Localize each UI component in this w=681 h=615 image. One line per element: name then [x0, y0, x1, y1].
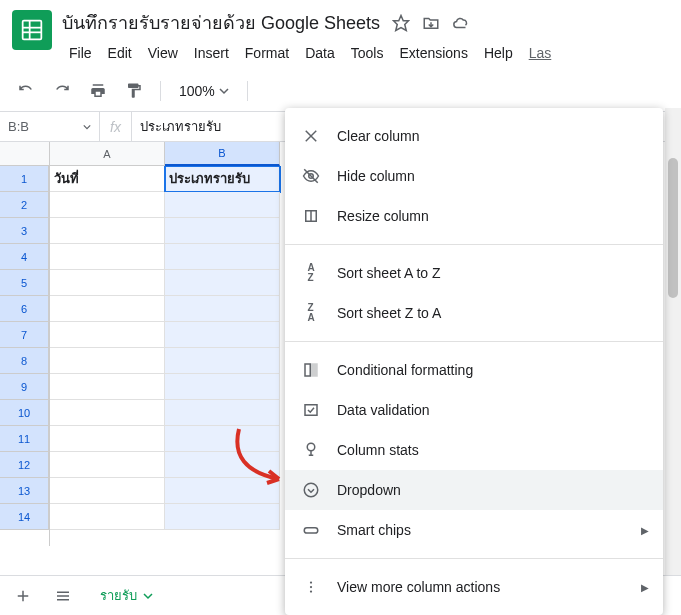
formula-input[interactable]: ประเภทรายรับ — [132, 116, 229, 137]
column-context-menu: Clear column Hide column Resize column A… — [285, 108, 663, 615]
row-header[interactable]: 6 — [0, 296, 49, 322]
cell[interactable] — [50, 192, 165, 218]
cell[interactable] — [165, 426, 280, 452]
cell[interactable] — [50, 374, 165, 400]
ctx-resize-column[interactable]: Resize column — [285, 196, 663, 236]
column-header-a[interactable]: A — [50, 142, 165, 166]
ctx-more-actions[interactable]: View more column actions ▶ — [285, 567, 663, 607]
menu-help[interactable]: Help — [477, 41, 520, 65]
menu-edit[interactable]: Edit — [101, 41, 139, 65]
cell[interactable] — [165, 452, 280, 478]
menu-more[interactable]: Las — [522, 41, 559, 65]
row-header[interactable]: 11 — [0, 426, 49, 452]
sheets-logo[interactable] — [12, 10, 52, 50]
sheet-tab[interactable]: รายรับ — [90, 579, 163, 612]
cell[interactable] — [50, 400, 165, 426]
cell[interactable] — [165, 322, 280, 348]
scroll-thumb[interactable] — [668, 158, 678, 298]
cell[interactable]: วันที่ — [50, 166, 165, 192]
row-header[interactable]: 12 — [0, 452, 49, 478]
all-sheets-button[interactable] — [50, 583, 76, 609]
paint-format-button[interactable] — [120, 77, 148, 105]
menu-extensions[interactable]: Extensions — [392, 41, 474, 65]
select-all-corner[interactable] — [0, 142, 50, 166]
chevron-right-icon: ▶ — [641, 525, 649, 536]
doc-title[interactable]: บันทึกรายรับรายจ่ายด้วย Google Sheets — [62, 8, 380, 37]
cond-format-icon — [301, 360, 321, 380]
cell[interactable] — [50, 296, 165, 322]
row-header[interactable]: 7 — [0, 322, 49, 348]
row-header[interactable]: 8 — [0, 348, 49, 374]
cell[interactable] — [165, 348, 280, 374]
ctx-sort-az[interactable]: AZ Sort sheet A to Z — [285, 253, 663, 293]
cell[interactable] — [165, 296, 280, 322]
svg-point-22 — [310, 581, 312, 583]
ctx-sort-za[interactable]: ZA Sort sheet Z to A — [285, 293, 663, 333]
svg-point-19 — [307, 443, 315, 451]
ctx-clear-column[interactable]: Clear column — [285, 116, 663, 156]
undo-button[interactable] — [12, 77, 40, 105]
validation-icon — [301, 400, 321, 420]
svg-point-20 — [304, 483, 318, 497]
ctx-hide-column[interactable]: Hide column — [285, 156, 663, 196]
row-header[interactable]: 10 — [0, 400, 49, 426]
row-header[interactable]: 13 — [0, 478, 49, 504]
cell[interactable] — [50, 270, 165, 296]
cell[interactable] — [165, 270, 280, 296]
ctx-smart-chips[interactable]: Smart chips ▶ — [285, 510, 663, 550]
menu-format[interactable]: Format — [238, 41, 296, 65]
ctx-dropdown[interactable]: Dropdown — [285, 470, 663, 510]
cloud-icon[interactable] — [452, 14, 470, 32]
row-header[interactable]: 3 — [0, 218, 49, 244]
cell[interactable] — [165, 244, 280, 270]
cell[interactable] — [165, 374, 280, 400]
menu-file[interactable]: File — [62, 41, 99, 65]
menu-insert[interactable]: Insert — [187, 41, 236, 65]
ctx-label: Smart chips — [337, 522, 411, 538]
row-header[interactable]: 1 — [0, 166, 49, 192]
cell[interactable] — [50, 478, 165, 504]
menu-tools[interactable]: Tools — [344, 41, 391, 65]
print-button[interactable] — [84, 77, 112, 105]
ctx-column-stats[interactable]: Column stats — [285, 430, 663, 470]
menu-view[interactable]: View — [141, 41, 185, 65]
ctx-label: Column stats — [337, 442, 419, 458]
star-icon[interactable] — [392, 14, 410, 32]
svg-rect-17 — [312, 364, 317, 376]
vertical-scrollbar[interactable] — [665, 108, 681, 575]
cell[interactable] — [165, 400, 280, 426]
cell[interactable] — [165, 504, 280, 530]
cell[interactable] — [50, 452, 165, 478]
cell[interactable] — [50, 244, 165, 270]
row-header[interactable]: 14 — [0, 504, 49, 530]
ctx-label: Sort sheet A to Z — [337, 265, 441, 281]
cell[interactable] — [165, 478, 280, 504]
cell[interactable] — [165, 218, 280, 244]
menu-data[interactable]: Data — [298, 41, 342, 65]
ctx-data-validation[interactable]: Data validation — [285, 390, 663, 430]
chevron-right-icon: ▶ — [641, 582, 649, 593]
menubar: File Edit View Insert Format Data Tools … — [62, 41, 669, 65]
fx-label: fx — [100, 112, 132, 141]
cell[interactable] — [165, 192, 280, 218]
cell[interactable] — [50, 322, 165, 348]
column-header-b[interactable]: B — [165, 142, 280, 166]
zoom-dropdown[interactable]: 100% — [173, 83, 235, 99]
row-header[interactable]: 9 — [0, 374, 49, 400]
cell[interactable] — [50, 426, 165, 452]
cell[interactable] — [50, 504, 165, 530]
add-sheet-button[interactable] — [10, 583, 36, 609]
cell[interactable] — [50, 348, 165, 374]
redo-button[interactable] — [48, 77, 76, 105]
cell[interactable] — [50, 218, 165, 244]
row-header[interactable]: 4 — [0, 244, 49, 270]
move-icon[interactable] — [422, 14, 440, 32]
row-header[interactable]: 5 — [0, 270, 49, 296]
ctx-label: Resize column — [337, 208, 429, 224]
name-box[interactable]: B:B — [0, 112, 100, 141]
svg-marker-4 — [394, 15, 409, 30]
more-icon — [301, 577, 321, 597]
cell[interactable]: ประเภทรายรับ — [165, 166, 280, 192]
row-header[interactable]: 2 — [0, 192, 49, 218]
ctx-conditional-formatting[interactable]: Conditional formatting — [285, 350, 663, 390]
